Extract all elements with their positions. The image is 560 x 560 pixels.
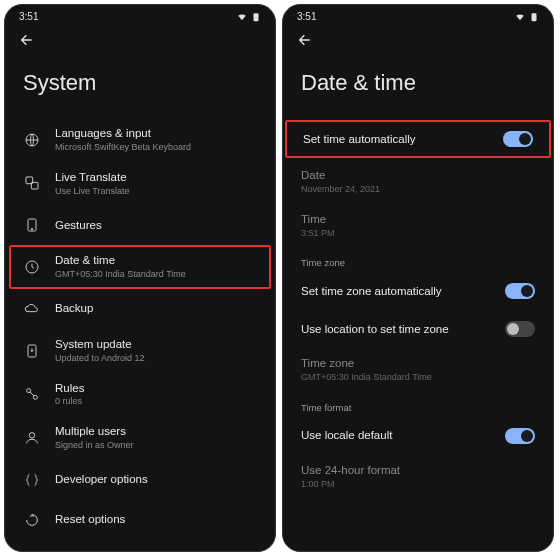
status-time: 3:51 — [297, 11, 316, 22]
item-label: System update — [55, 337, 257, 352]
translate-icon — [23, 174, 41, 192]
battery-icon — [529, 12, 539, 22]
status-bar: 3:51 — [5, 5, 275, 26]
item-sub: Microsoft SwiftKey Beta Keyboard — [55, 142, 257, 154]
row-label: Time zone — [301, 356, 535, 371]
item-label: Live Translate — [55, 170, 257, 185]
gestures-icon — [23, 216, 41, 234]
row-set-tz-auto[interactable]: Set time zone automatically — [283, 272, 553, 310]
item-reset-options[interactable]: Reset options — [9, 500, 271, 540]
row-sub: 3:51 PM — [301, 228, 535, 240]
row-date: Date November 24, 2021 — [283, 160, 553, 204]
update-icon — [23, 342, 41, 360]
reset-icon — [23, 511, 41, 529]
system-list: Languages & input Microsoft SwiftKey Bet… — [5, 118, 275, 540]
status-bar: 3:51 — [283, 5, 553, 26]
item-sub: Signed in as Owner — [55, 440, 257, 452]
toggle-use-location-tz[interactable] — [505, 321, 535, 337]
row-sub: GMT+05:30 India Standard Time — [301, 372, 535, 384]
svg-rect-0 — [254, 13, 259, 21]
section-time-zone: Time zone — [283, 247, 553, 272]
item-live-translate[interactable]: Live Translate Use Live Translate — [9, 162, 271, 206]
row-time: Time 3:51 PM — [283, 204, 553, 248]
item-sub: Use Live Translate — [55, 186, 257, 198]
item-label: Reset options — [55, 512, 257, 527]
toggle-use-locale[interactable] — [505, 428, 535, 444]
item-date-time[interactable]: Date & time GMT+05:30 India Standard Tim… — [9, 245, 271, 289]
row-label: Set time automatically — [303, 132, 493, 147]
status-time: 3:51 — [19, 11, 38, 22]
row-label: Set time zone automatically — [301, 284, 495, 299]
item-label: Rules — [55, 381, 257, 396]
svg-rect-11 — [532, 13, 537, 21]
arrow-left-icon — [19, 32, 35, 48]
item-sub: Updated to Android 12 — [55, 353, 257, 365]
globe-icon — [23, 131, 41, 149]
wifi-icon — [237, 12, 247, 22]
wifi-icon — [515, 12, 525, 22]
row-use-24h: Use 24-hour format 1:00 PM — [283, 455, 553, 499]
svg-point-10 — [29, 433, 34, 438]
arrow-left-icon — [297, 32, 313, 48]
toggle-set-tz-auto[interactable] — [505, 283, 535, 299]
cloud-icon — [23, 300, 41, 318]
row-sub: November 24, 2021 — [301, 184, 535, 196]
battery-icon — [251, 12, 261, 22]
item-sub: 0 rules — [55, 396, 257, 408]
toggle-set-time-auto[interactable] — [503, 131, 533, 147]
item-label: Backup — [55, 301, 257, 316]
phone-left: 3:51 System Languages & input Microsoft … — [4, 4, 276, 552]
item-multiple-users[interactable]: Multiple users Signed in as Owner — [9, 416, 271, 460]
rules-icon — [23, 385, 41, 403]
item-rules[interactable]: Rules 0 rules — [9, 373, 271, 417]
row-label: Time — [301, 212, 535, 227]
users-icon — [23, 429, 41, 447]
clock-icon — [23, 258, 41, 276]
item-system-update[interactable]: System update Updated to Android 12 — [9, 329, 271, 373]
item-label: Date & time — [55, 253, 257, 268]
item-backup[interactable]: Backup — [9, 289, 271, 329]
row-label: Use locale default — [301, 428, 495, 443]
item-label: Languages & input — [55, 126, 257, 141]
row-label: Date — [301, 168, 535, 183]
item-label: Developer options — [55, 472, 257, 487]
row-set-time-auto[interactable]: Set time automatically — [285, 120, 551, 158]
back-button[interactable] — [5, 26, 275, 52]
item-developer-options[interactable]: Developer options — [9, 460, 271, 500]
item-label: Gestures — [55, 218, 257, 233]
row-sub: 1:00 PM — [301, 479, 535, 491]
row-label: Use location to set time zone — [301, 322, 495, 337]
svg-point-5 — [31, 229, 32, 230]
row-use-location-tz[interactable]: Use location to set time zone — [283, 310, 553, 348]
braces-icon — [23, 471, 41, 489]
item-sub: GMT+05:30 India Standard Time — [55, 269, 257, 281]
row-time-zone: Time zone GMT+05:30 India Standard Time — [283, 348, 553, 392]
item-label: Multiple users — [55, 424, 257, 439]
section-time-format: Time format — [283, 392, 553, 417]
status-icons — [515, 12, 539, 22]
phone-right: 3:51 Date & time Set time automatically … — [282, 4, 554, 552]
item-gestures[interactable]: Gestures — [9, 205, 271, 245]
item-languages-input[interactable]: Languages & input Microsoft SwiftKey Bet… — [9, 118, 271, 162]
row-label: Use 24-hour format — [301, 463, 535, 478]
row-use-locale[interactable]: Use locale default — [283, 417, 553, 455]
page-title: System — [5, 52, 275, 118]
status-icons — [237, 12, 261, 22]
back-button[interactable] — [283, 26, 553, 52]
page-title: Date & time — [283, 52, 553, 118]
